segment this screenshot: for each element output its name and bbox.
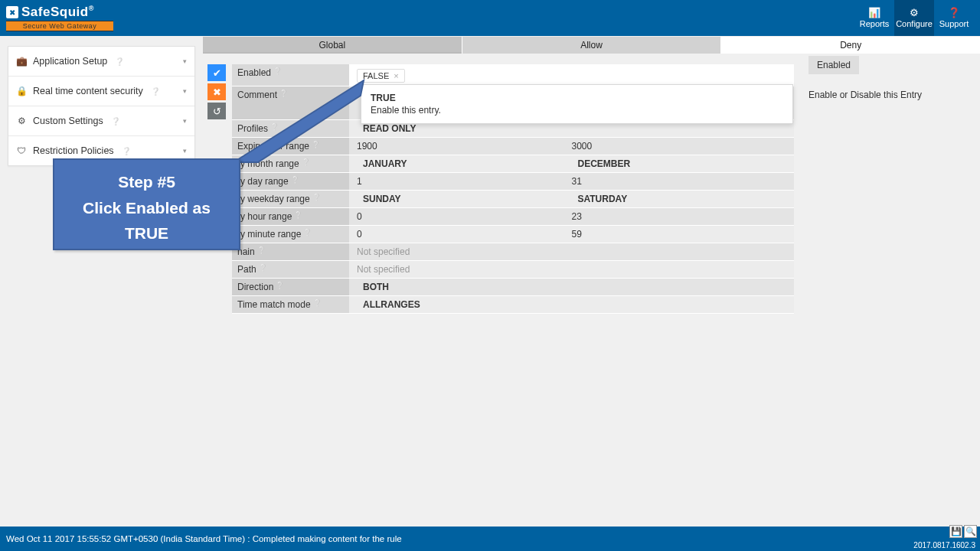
header-nav: 📊 Reports ⚙ Configure ❓ Support: [854, 0, 974, 36]
sidebar: 💼 Application Setup ❔ ▾ 🔒 Real time cont…: [8, 46, 195, 166]
chevron-down-icon: ▾: [183, 87, 187, 95]
step-callout: Step #5 Click Enabled as TRUE: [53, 158, 240, 250]
help-dot-icon: ❔: [276, 282, 284, 289]
sidebar-item-label: Real time content security: [33, 86, 143, 96]
nav-configure[interactable]: ⚙ Configure: [894, 0, 934, 36]
callout-line1: Step #5: [60, 169, 233, 195]
day-to[interactable]: 31: [572, 176, 787, 187]
chart-icon: 📊: [868, 8, 880, 18]
day-from[interactable]: 1: [357, 176, 572, 187]
footer-right: 💾 🔍 2017.0817.1602.3: [912, 525, 977, 549]
year-from[interactable]: 1900: [357, 141, 572, 152]
logo-icon: ✖: [6, 6, 18, 18]
enabled-desc: Enable or Disable this Entry: [808, 90, 975, 100]
nav-label: Reports: [860, 19, 890, 28]
field-label: Direction: [237, 282, 273, 292]
tab-deny[interactable]: Deny: [720, 37, 980, 54]
chevron-down-icon: ▾: [183, 57, 187, 65]
field-label: ry weekday range: [237, 194, 310, 204]
help-dot-icon: ❔: [294, 211, 302, 219]
callout-line3: TRUE: [60, 220, 233, 246]
row-expiry-weekday: ry weekday range❔ SUNDAYSATURDAY: [232, 191, 794, 208]
weekday-to[interactable]: SATURDAY: [572, 194, 787, 204]
help-dot-icon: ❔: [259, 264, 267, 272]
version-text: 2017.0817.1602.3: [912, 541, 977, 549]
help-dot-icon: ❔: [122, 147, 131, 155]
minute-to[interactable]: 59: [572, 229, 787, 240]
sidebar-item-label: Restriction Policies: [33, 145, 114, 156]
path-value[interactable]: Not specified: [357, 264, 410, 275]
enabled-badge: Enabled: [808, 56, 859, 74]
nav-reports[interactable]: 📊 Reports: [854, 0, 894, 36]
tabs: Global Allow Deny: [203, 37, 980, 54]
row-expiry-day: ry day range❔ 131: [232, 173, 794, 191]
lock-icon: 🔒: [16, 86, 27, 96]
header: ✖ SafeSquid® Secure Web Gateway 📊 Report…: [0, 0, 980, 36]
sidebar-item-application-setup[interactable]: 💼 Application Setup ❔ ▾: [8, 47, 194, 77]
help-dot-icon: ❔: [151, 87, 160, 96]
help-dot-icon: ❔: [312, 194, 321, 201]
hour-to[interactable]: 23: [572, 211, 787, 222]
direction-value[interactable]: BOTH: [357, 282, 389, 292]
right-panel: Enabled Enable or Disable this Entry: [808, 56, 975, 100]
save-button[interactable]: 💾: [949, 525, 962, 538]
row-direction: Direction❔ BOTH: [232, 279, 794, 296]
help-dot-icon: ❔: [303, 229, 312, 236]
help-dot-icon: ❔: [115, 57, 124, 66]
callout-line2: Click Enabled as: [60, 195, 233, 221]
row-path: Path❔ Not specified: [232, 261, 794, 279]
logo-tagline: Secure Web Gateway: [6, 21, 113, 31]
row-expiry-minute: ry minute range❔ 059: [232, 226, 794, 243]
month-from[interactable]: JANUARY: [357, 158, 572, 169]
logo-area: ✖ SafeSquid® Secure Web Gateway: [6, 5, 113, 31]
month-to[interactable]: DECEMBER: [572, 158, 787, 169]
search-button[interactable]: 🔍: [964, 525, 977, 538]
remove-chip-icon[interactable]: ×: [394, 71, 398, 80]
help-dot-icon: ❔: [257, 246, 266, 254]
footer: Wed Oct 11 2017 15:55:52 GMT+0530 (India…: [0, 527, 980, 551]
field-label: ry day range: [237, 176, 289, 187]
sidebar-item-custom-settings[interactable]: ⚙ Custom Settings ❔ ▾: [8, 106, 194, 136]
logo-text: SafeSquid®: [21, 5, 94, 20]
svg-marker-0: [234, 80, 364, 162]
help-dot-icon: ❔: [313, 299, 322, 307]
sidebar-item-label: Application Setup: [33, 56, 107, 67]
field-label: Path: [237, 264, 256, 275]
chevron-down-icon: ▾: [183, 117, 187, 125]
search-icon: 🔍: [965, 527, 976, 536]
tab-global[interactable]: Global: [203, 37, 462, 54]
year-to[interactable]: 3000: [572, 141, 787, 152]
field-label: ry minute range: [237, 229, 301, 240]
dropdown-option-desc: Enable this entry.: [371, 105, 783, 116]
tab-allow[interactable]: Allow: [462, 37, 721, 54]
row-domain: nain❔ Not specified: [232, 243, 794, 261]
field-label: ry hour range: [237, 211, 292, 222]
minute-from[interactable]: 0: [357, 229, 572, 240]
weekday-from[interactable]: SUNDAY: [357, 194, 572, 204]
row-expiry-hour: ry hour range❔ 023: [232, 208, 794, 226]
sidebar-item-realtime-security[interactable]: 🔒 Real time content security ❔ ▾: [8, 77, 194, 106]
status-text: Wed Oct 11 2017 15:55:52 GMT+0530 (India…: [6, 534, 402, 543]
field-label: Time match mode: [237, 299, 311, 310]
floppy-icon: 💾: [951, 527, 962, 536]
dropdown-option-true[interactable]: TRUE: [371, 93, 783, 103]
help-icon: ❓: [948, 8, 960, 18]
briefcase-icon: 💼: [16, 56, 27, 67]
help-dot-icon: ❔: [291, 176, 299, 184]
nav-label: Support: [939, 19, 969, 28]
sliders-icon: ⚙: [16, 116, 27, 126]
hour-from[interactable]: 0: [357, 211, 572, 222]
chevron-down-icon: ▾: [183, 147, 187, 155]
timematch-value[interactable]: ALLRANGES: [357, 299, 420, 310]
sidebar-item-label: Custom Settings: [33, 116, 103, 126]
enabled-dropdown[interactable]: TRUE Enable this entry.: [361, 84, 793, 124]
help-dot-icon: ❔: [111, 117, 120, 126]
gear-icon: ⚙: [910, 8, 919, 18]
domain-value[interactable]: Not specified: [357, 246, 410, 257]
shield-icon: 🛡: [16, 145, 27, 156]
row-timematch: Time match mode❔ ALLRANGES: [232, 296, 794, 314]
nav-label: Configure: [896, 19, 933, 28]
nav-support[interactable]: ❓ Support: [934, 0, 974, 36]
